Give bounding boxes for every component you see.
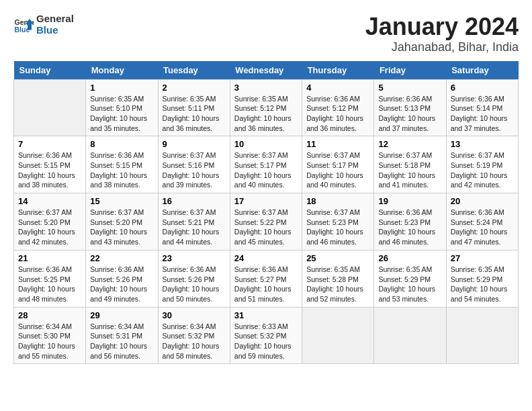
day-number: 27 (451, 253, 514, 263)
day-number: 28 (18, 310, 81, 320)
day-number: 9 (163, 139, 226, 149)
calendar-cell: 16Sunrise: 6:37 AM Sunset: 5:21 PM Dayli… (158, 193, 230, 250)
day-number: 21 (18, 253, 81, 263)
calendar-cell: 9Sunrise: 6:37 AM Sunset: 5:16 PM Daylig… (158, 136, 230, 193)
day-number: 17 (234, 196, 298, 206)
day-info: Sunrise: 6:37 AM Sunset: 5:19 PM Dayligh… (451, 150, 514, 190)
day-info: Sunrise: 6:36 AM Sunset: 5:15 PM Dayligh… (18, 150, 81, 190)
day-info: Sunrise: 6:36 AM Sunset: 5:25 PM Dayligh… (18, 265, 81, 304)
day-number: 19 (378, 196, 441, 206)
day-info: Sunrise: 6:35 AM Sunset: 5:29 PM Dayligh… (378, 265, 441, 304)
day-number: 14 (18, 196, 81, 206)
day-number: 1 (90, 83, 153, 93)
calendar-cell: 15Sunrise: 6:37 AM Sunset: 5:20 PM Dayli… (86, 193, 158, 250)
calendar-cell: 23Sunrise: 6:36 AM Sunset: 5:26 PM Dayli… (158, 250, 230, 307)
day-info: Sunrise: 6:37 AM Sunset: 5:16 PM Dayligh… (163, 150, 226, 190)
day-info: Sunrise: 6:36 AM Sunset: 5:12 PM Dayligh… (306, 94, 369, 134)
day-info: Sunrise: 6:37 AM Sunset: 5:18 PM Dayligh… (378, 150, 441, 190)
day-number: 22 (90, 253, 153, 263)
calendar-cell: 22Sunrise: 6:36 AM Sunset: 5:26 PM Dayli… (86, 250, 158, 307)
day-info: Sunrise: 6:36 AM Sunset: 5:26 PM Dayligh… (163, 265, 226, 304)
day-info: Sunrise: 6:37 AM Sunset: 5:20 PM Dayligh… (90, 208, 153, 247)
day-info: Sunrise: 6:36 AM Sunset: 5:15 PM Dayligh… (90, 150, 153, 190)
column-header-tuesday: Tuesday (158, 61, 230, 80)
day-info: Sunrise: 6:35 AM Sunset: 5:28 PM Dayligh… (306, 265, 369, 304)
calendar-cell: 18Sunrise: 6:37 AM Sunset: 5:23 PM Dayli… (302, 193, 374, 250)
day-number: 11 (306, 139, 369, 149)
day-info: Sunrise: 6:37 AM Sunset: 5:17 PM Dayligh… (234, 150, 298, 190)
calendar-week-5: 28Sunrise: 6:34 AM Sunset: 5:30 PM Dayli… (14, 307, 519, 364)
calendar-cell: 7Sunrise: 6:36 AM Sunset: 5:15 PM Daylig… (14, 136, 86, 193)
calendar-cell: 8Sunrise: 6:36 AM Sunset: 5:15 PM Daylig… (86, 136, 158, 193)
day-number: 31 (234, 310, 298, 320)
day-info: Sunrise: 6:37 AM Sunset: 5:21 PM Dayligh… (163, 208, 226, 247)
day-info: Sunrise: 6:36 AM Sunset: 5:26 PM Dayligh… (90, 265, 153, 304)
day-number: 30 (163, 310, 226, 320)
calendar-cell: 4Sunrise: 6:36 AM Sunset: 5:12 PM Daylig… (302, 79, 374, 136)
day-number: 16 (163, 196, 226, 206)
day-info: Sunrise: 6:35 AM Sunset: 5:11 PM Dayligh… (163, 94, 226, 134)
day-info: Sunrise: 6:36 AM Sunset: 5:13 PM Dayligh… (378, 94, 441, 134)
svg-text:Blue: Blue (15, 25, 30, 33)
logo-text-blue: Blue (36, 24, 58, 36)
day-info: Sunrise: 6:37 AM Sunset: 5:22 PM Dayligh… (234, 208, 298, 247)
logo-text-general: General (36, 13, 74, 24)
calendar-cell: 3Sunrise: 6:35 AM Sunset: 5:12 PM Daylig… (230, 79, 302, 136)
calendar-table: SundayMondayTuesdayWednesdayThursdayFrid… (13, 61, 519, 365)
calendar-header: SundayMondayTuesdayWednesdayThursdayFrid… (14, 61, 519, 80)
calendar-cell: 10Sunrise: 6:37 AM Sunset: 5:17 PM Dayli… (230, 136, 302, 193)
day-info: Sunrise: 6:37 AM Sunset: 5:17 PM Dayligh… (306, 150, 369, 190)
day-info: Sunrise: 6:35 AM Sunset: 5:12 PM Dayligh… (234, 94, 298, 134)
day-number: 8 (90, 139, 153, 149)
column-header-wednesday: Wednesday (230, 61, 302, 80)
calendar-cell (446, 307, 518, 364)
calendar-cell: 30Sunrise: 6:34 AM Sunset: 5:32 PM Dayli… (158, 307, 230, 364)
calendar-cell: 1Sunrise: 6:35 AM Sunset: 5:10 PM Daylig… (86, 79, 158, 136)
page-title: January 2024 (365, 13, 519, 40)
day-number: 20 (451, 196, 514, 206)
day-number: 10 (234, 139, 298, 149)
day-info: Sunrise: 6:36 AM Sunset: 5:24 PM Dayligh… (451, 208, 514, 247)
day-number: 3 (234, 83, 298, 93)
logo: General Blue General Blue (13, 13, 74, 36)
calendar-cell: 19Sunrise: 6:36 AM Sunset: 5:23 PM Dayli… (374, 193, 446, 250)
calendar-cell: 28Sunrise: 6:34 AM Sunset: 5:30 PM Dayli… (14, 307, 86, 364)
calendar-week-4: 21Sunrise: 6:36 AM Sunset: 5:25 PM Dayli… (14, 250, 519, 307)
calendar-cell: 26Sunrise: 6:35 AM Sunset: 5:29 PM Dayli… (374, 250, 446, 307)
calendar-cell: 20Sunrise: 6:36 AM Sunset: 5:24 PM Dayli… (446, 193, 518, 250)
day-info: Sunrise: 6:37 AM Sunset: 5:20 PM Dayligh… (18, 208, 81, 247)
calendar-cell: 11Sunrise: 6:37 AM Sunset: 5:17 PM Dayli… (302, 136, 374, 193)
day-number: 13 (451, 139, 514, 149)
day-number: 2 (163, 83, 226, 93)
column-header-sunday: Sunday (14, 61, 86, 80)
day-info: Sunrise: 6:34 AM Sunset: 5:30 PM Dayligh… (18, 322, 81, 361)
column-header-friday: Friday (374, 61, 446, 80)
day-number: 25 (306, 253, 369, 263)
day-info: Sunrise: 6:37 AM Sunset: 5:23 PM Dayligh… (306, 208, 369, 247)
column-header-saturday: Saturday (446, 61, 518, 80)
calendar-cell: 27Sunrise: 6:35 AM Sunset: 5:29 PM Dayli… (446, 250, 518, 307)
calendar-cell: 24Sunrise: 6:36 AM Sunset: 5:27 PM Dayli… (230, 250, 302, 307)
logo-icon: General Blue (13, 15, 34, 35)
day-info: Sunrise: 6:35 AM Sunset: 5:29 PM Dayligh… (451, 265, 514, 304)
calendar-week-1: 1Sunrise: 6:35 AM Sunset: 5:10 PM Daylig… (14, 79, 519, 136)
day-number: 18 (306, 196, 369, 206)
calendar-cell: 21Sunrise: 6:36 AM Sunset: 5:25 PM Dayli… (14, 250, 86, 307)
page-header: General Blue General Blue January 2024 J… (13, 13, 519, 54)
calendar-cell: 17Sunrise: 6:37 AM Sunset: 5:22 PM Dayli… (230, 193, 302, 250)
day-info: Sunrise: 6:35 AM Sunset: 5:10 PM Dayligh… (90, 94, 153, 134)
day-number: 5 (378, 83, 441, 93)
calendar-cell: 29Sunrise: 6:34 AM Sunset: 5:31 PM Dayli… (86, 307, 158, 364)
calendar-cell (14, 79, 86, 136)
day-number: 26 (378, 253, 441, 263)
calendar-cell: 5Sunrise: 6:36 AM Sunset: 5:13 PM Daylig… (374, 79, 446, 136)
title-block: January 2024 Jahanabad, Bihar, India (365, 13, 519, 54)
calendar-week-3: 14Sunrise: 6:37 AM Sunset: 5:20 PM Dayli… (14, 193, 519, 250)
day-info: Sunrise: 6:34 AM Sunset: 5:32 PM Dayligh… (163, 322, 226, 361)
calendar-cell: 25Sunrise: 6:35 AM Sunset: 5:28 PM Dayli… (302, 250, 374, 307)
page-subtitle: Jahanabad, Bihar, India (365, 40, 519, 54)
calendar-cell (302, 307, 374, 364)
day-number: 24 (234, 253, 298, 263)
day-number: 7 (18, 139, 81, 149)
day-info: Sunrise: 6:34 AM Sunset: 5:31 PM Dayligh… (90, 322, 153, 361)
